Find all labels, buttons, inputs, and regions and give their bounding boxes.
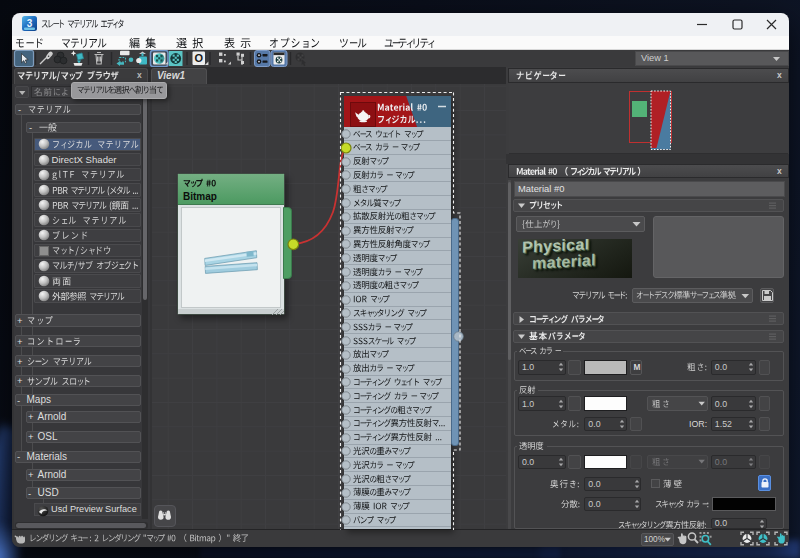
svg-text:O: O (194, 52, 203, 64)
svg-text:3: 3 (27, 18, 33, 29)
